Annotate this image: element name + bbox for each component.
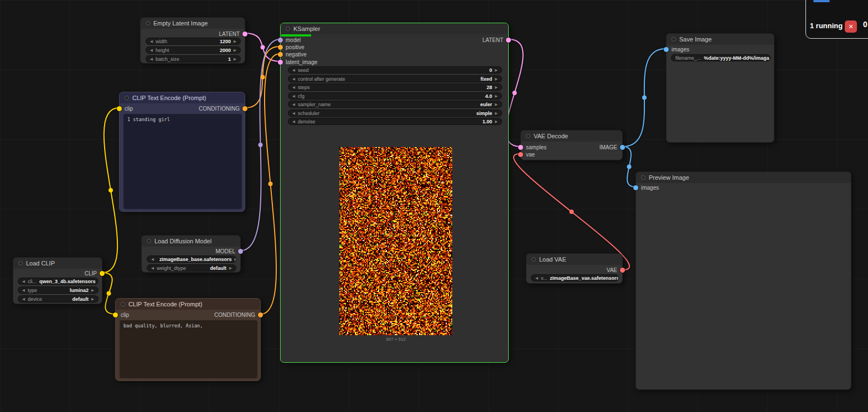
images-input-dot[interactable] <box>664 47 669 52</box>
prev-option-icon[interactable]: ◀ <box>22 288 25 293</box>
node-title-bar[interactable]: Preview Image <box>636 172 851 183</box>
node-vae-decode[interactable]: VAE Decode samples vae IMAGE <box>520 130 623 160</box>
seed-widget[interactable]: ◀ seed 0 ▶ <box>288 66 502 74</box>
node-title-bar[interactable]: VAE Decode <box>521 131 622 142</box>
output-conditioning[interactable]: CONDITIONING <box>199 105 247 112</box>
node-title-bar[interactable]: CLIP Text Encode (Prompt) <box>120 92 245 103</box>
scheduler-widget[interactable]: ◀ scheduler simple ▶ <box>288 109 502 117</box>
vae-name-widget[interactable]: ◀ v... zImageBase_vae.safetensors ▶ <box>531 274 619 281</box>
next-option-icon[interactable]: ▶ <box>91 288 94 293</box>
node-ksampler[interactable]: KSampler model positive negative latent_… <box>280 23 509 363</box>
decrement-icon[interactable]: ◀ <box>292 119 295 124</box>
decrement-icon[interactable]: ◀ <box>150 57 153 61</box>
node-save-image[interactable]: Save Image images filename_... %date:yyy… <box>666 33 774 143</box>
clip-name-widget[interactable]: ◀ cli... qwen_3_4b.safetensors ▶ <box>18 278 99 285</box>
conditioning-output-dot[interactable] <box>258 312 263 317</box>
clip-input-dot[interactable] <box>113 312 118 317</box>
node-title-bar[interactable]: Load CLIP <box>13 258 102 269</box>
input-images[interactable]: images <box>633 184 659 191</box>
node-title-bar[interactable]: Load VAE <box>526 254 622 265</box>
node-clip-text-encode-positive[interactable]: CLIP Text Encode (Prompt) clip CONDITION… <box>119 92 245 212</box>
prev-option-icon[interactable]: ◀ <box>292 77 295 81</box>
denoise-widget[interactable]: ◀ denoise 1.00 ▶ <box>288 118 502 125</box>
decrement-icon[interactable]: ◀ <box>292 85 295 90</box>
prev-option-icon[interactable]: ◀ <box>535 276 538 280</box>
increment-icon[interactable]: ▶ <box>495 119 498 124</box>
node-load-diffusion-model[interactable]: Load Diffusion Model MODEL ◀ zImageBase_… <box>141 235 241 273</box>
node-clip-text-encode-negative[interactable]: CLIP Text Encode (Prompt) clip CONDITION… <box>115 298 261 381</box>
output-latent[interactable]: LATENT <box>482 36 511 44</box>
increment-icon[interactable]: ▶ <box>234 57 236 61</box>
next-option-icon[interactable]: ▶ <box>495 111 498 116</box>
input-positive[interactable]: positive <box>278 43 304 51</box>
node-title-bar[interactable]: Save Image <box>666 34 774 45</box>
images-input-dot[interactable] <box>633 185 638 190</box>
clip-output-dot[interactable] <box>100 271 105 276</box>
input-vae[interactable]: vae <box>518 150 535 158</box>
input-clip[interactable]: clip <box>113 311 129 319</box>
collapse-dot[interactable] <box>146 21 150 25</box>
steps-widget[interactable]: ◀ steps 28 ▶ <box>288 84 502 91</box>
next-option-icon[interactable]: ▶ <box>229 266 232 270</box>
decrement-icon[interactable]: ◀ <box>292 94 295 98</box>
node-preview-image[interactable]: Preview Image images <box>636 171 851 390</box>
next-option-icon[interactable]: ▶ <box>495 77 498 81</box>
node-title-bar[interactable]: CLIP Text Encode (Prompt) <box>116 299 260 310</box>
model-output-dot[interactable] <box>238 249 243 254</box>
input-clip[interactable]: clip <box>117 105 133 112</box>
prompt-textarea[interactable]: 1 standing girl <box>123 114 242 209</box>
increment-icon[interactable]: ▶ <box>495 68 498 72</box>
output-model[interactable]: MODEL <box>215 247 243 255</box>
vae-output-dot[interactable] <box>620 268 625 273</box>
sampler-name-widget[interactable]: ◀ sampler_name euler ▶ <box>288 101 502 108</box>
next-option-icon[interactable]: ▶ <box>91 297 94 301</box>
input-images[interactable]: images <box>664 45 689 53</box>
node-title-bar[interactable]: KSampler <box>281 23 508 34</box>
increment-icon[interactable]: ▶ <box>234 48 236 53</box>
samples-input-dot[interactable] <box>518 145 523 150</box>
input-model[interactable]: model <box>278 36 301 44</box>
prev-option-icon[interactable]: ◀ <box>151 257 154 262</box>
prev-option-icon[interactable]: ◀ <box>22 279 25 284</box>
image-output-dot[interactable] <box>620 145 625 150</box>
decrement-icon[interactable]: ◀ <box>292 68 295 72</box>
control-after-generate-widget[interactable]: ◀ control after generate fixed ▶ <box>288 75 502 82</box>
collapse-dot[interactable] <box>531 257 536 262</box>
collapse-dot[interactable] <box>18 261 23 265</box>
node-load-clip[interactable]: Load CLIP CLIP ◀ cli... qwen_3_4b.safete… <box>13 257 102 304</box>
input-negative[interactable]: negative <box>278 50 307 58</box>
next-option-icon[interactable]: ▶ <box>495 102 498 107</box>
height-widget[interactable]: ◀ height 2000 ▶ <box>146 46 241 54</box>
cfg-widget[interactable]: ◀ cfg 4.0 ▶ <box>288 92 502 100</box>
collapse-dot[interactable] <box>125 96 129 100</box>
output-clip[interactable]: CLIP <box>85 269 105 277</box>
decrement-icon[interactable]: ◀ <box>150 48 153 53</box>
type-widget[interactable]: ◀ type lumina2 ▶ <box>18 286 99 294</box>
collapse-dot[interactable] <box>286 27 290 31</box>
latent-output-dot[interactable] <box>506 38 511 43</box>
prev-option-icon[interactable]: ◀ <box>22 297 25 301</box>
conditioning-output-dot[interactable] <box>242 106 247 111</box>
clip-input-dot[interactable] <box>117 106 122 111</box>
width-widget[interactable]: ◀ width 1200 ▶ <box>146 38 241 45</box>
collapse-dot[interactable] <box>641 175 645 180</box>
collapse-dot[interactable] <box>526 134 530 138</box>
model-input-dot[interactable] <box>278 38 283 43</box>
node-empty-latent-image[interactable]: Empty Latent Image LATENT ◀ width 1200 ▶… <box>140 17 245 64</box>
positive-input-dot[interactable] <box>278 45 283 50</box>
unet-name-widget[interactable]: ◀ zImageBase_base.safetensors ▶ <box>147 255 236 263</box>
output-conditioning[interactable]: CONDITIONING <box>214 311 263 319</box>
input-samples[interactable]: samples <box>518 143 546 151</box>
next-option-icon[interactable]: ▶ <box>235 257 236 262</box>
decrement-icon[interactable]: ◀ <box>150 39 153 44</box>
prev-option-icon[interactable]: ◀ <box>292 102 295 107</box>
input-latent-image[interactable]: latent_image <box>278 58 317 66</box>
batch-size-widget[interactable]: ◀ batch_size 1 ▶ <box>146 55 241 62</box>
node-title-bar[interactable]: Load Diffusion Model <box>142 236 240 247</box>
collapse-dot[interactable] <box>671 37 676 41</box>
output-image[interactable]: IMAGE <box>600 143 625 151</box>
vae-input-dot[interactable] <box>518 152 523 157</box>
increment-icon[interactable]: ▶ <box>495 85 498 90</box>
collapse-dot[interactable] <box>147 239 151 243</box>
output-latent[interactable]: LATENT <box>219 30 247 38</box>
